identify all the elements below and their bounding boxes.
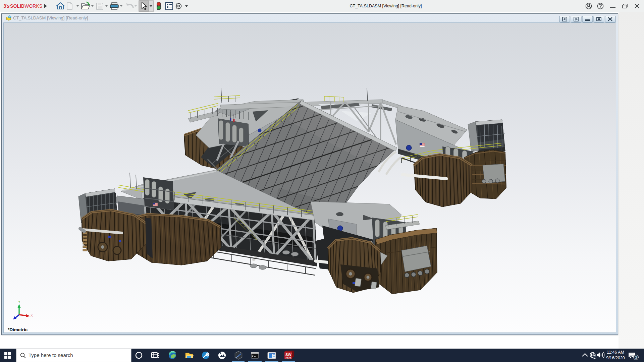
svg-text:Y: Y <box>18 300 20 304</box>
svg-text:SW: SW <box>285 353 291 357</box>
svg-text:X: X <box>31 314 33 317</box>
svg-text:3: 3 <box>635 356 637 359</box>
svg-text:SOLIDWORKS: SOLIDWORKS <box>10 4 42 9</box>
svg-text:3s: 3s <box>3 3 10 9</box>
svg-text:2020: 2020 <box>285 357 291 360</box>
